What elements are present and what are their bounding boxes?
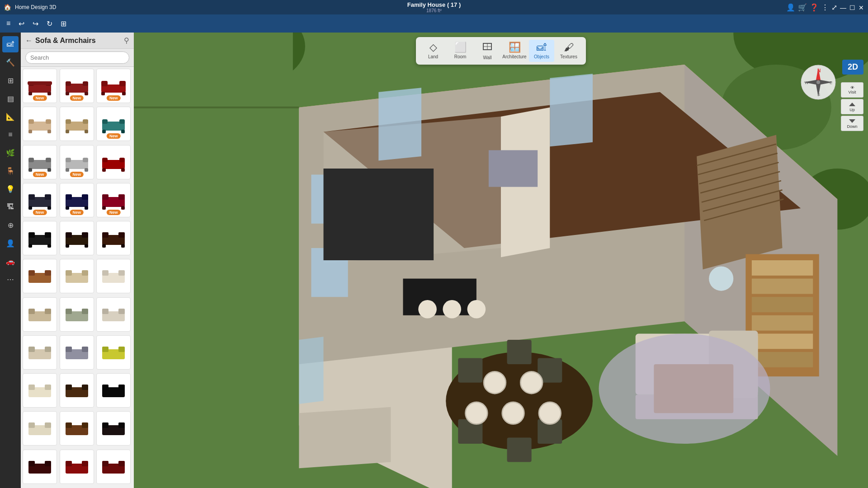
main-area: 🛋 🔨 ⊞ ▤ 📐 ≡ 🌿 🪑 💡 🏗 ⊕ 👤 🚗 ⋯ ← Sofa & Arm… bbox=[0, 33, 868, 488]
list-item[interactable] bbox=[60, 411, 94, 446]
list-item[interactable] bbox=[96, 259, 131, 293]
user-icon[interactable]: 👤 bbox=[786, 3, 795, 12]
more-icon[interactable]: ⋮ bbox=[821, 3, 829, 12]
back-button[interactable]: ← bbox=[25, 37, 33, 45]
list-item[interactable] bbox=[23, 450, 57, 484]
sidebar-item-fence[interactable]: 🏗 bbox=[2, 199, 19, 215]
list-item[interactable]: New bbox=[60, 183, 94, 217]
room-tool-button[interactable]: ⬜ Room bbox=[448, 40, 473, 62]
list-item[interactable] bbox=[60, 297, 94, 332]
search-toggle-button[interactable]: ⚲ bbox=[124, 36, 129, 45]
sidebar-item-person[interactable]: 👤 bbox=[2, 235, 19, 251]
svg-rect-62 bbox=[28, 232, 35, 238]
help-icon[interactable]: ❓ bbox=[810, 3, 819, 12]
sidebar-item-car[interactable]: 🚗 bbox=[2, 253, 19, 269]
svg-rect-111 bbox=[118, 385, 125, 390]
sidebar-item-grid[interactable]: ⊞ bbox=[2, 72, 19, 89]
maximize-button[interactable]: ☐ bbox=[849, 4, 855, 10]
svg-text:E: E bbox=[830, 80, 832, 85]
list-item[interactable]: New bbox=[60, 145, 94, 179]
land-label: Land bbox=[428, 54, 438, 59]
expand-icon[interactable]: ⤢ bbox=[831, 3, 837, 12]
list-item[interactable] bbox=[96, 297, 131, 332]
sidebar-item-chair[interactable]: 🪑 bbox=[2, 163, 19, 179]
undo-button[interactable]: ↩ bbox=[16, 18, 27, 30]
objects-tool-button[interactable]: 🛋 Objects bbox=[529, 40, 554, 62]
list-item[interactable]: New bbox=[23, 183, 57, 217]
list-item[interactable] bbox=[23, 221, 57, 255]
wall-tool-button[interactable]: Wall bbox=[475, 40, 500, 62]
svg-rect-181 bbox=[403, 279, 476, 315]
sidebar-item-lamp[interactable]: 💡 bbox=[2, 181, 19, 197]
svg-point-188 bbox=[599, 333, 770, 444]
menu-button[interactable]: ≡ bbox=[4, 18, 13, 29]
panel-header: ← Sofa & Armchairs ⚲ bbox=[21, 33, 134, 49]
svg-rect-48 bbox=[45, 194, 51, 200]
svg-rect-129 bbox=[118, 461, 125, 466]
list-item[interactable]: New bbox=[96, 69, 131, 103]
list-item[interactable]: New bbox=[23, 145, 57, 179]
svg-rect-126 bbox=[82, 461, 88, 466]
sidebar-item-measure[interactable]: 📐 bbox=[2, 108, 19, 125]
textures-tool-button[interactable]: 🖌 Textures bbox=[556, 40, 581, 62]
list-item[interactable] bbox=[60, 259, 94, 293]
sidebar-item-plant[interactable]: 🌿 bbox=[2, 145, 19, 161]
list-item[interactable] bbox=[60, 335, 94, 370]
redo-button[interactable]: ↪ bbox=[30, 18, 41, 30]
list-item[interactable] bbox=[60, 221, 94, 255]
svg-rect-93 bbox=[118, 309, 125, 314]
architecture-tool-button[interactable]: 🪟 Architecture bbox=[502, 40, 527, 62]
refresh-button[interactable]: ↻ bbox=[44, 18, 55, 30]
svg-rect-10 bbox=[85, 92, 88, 95]
list-item[interactable] bbox=[96, 221, 131, 255]
list-item[interactable] bbox=[96, 373, 131, 408]
list-item[interactable] bbox=[23, 297, 57, 332]
layers-button[interactable]: ⊞ bbox=[58, 18, 69, 30]
panel-header-left: ← Sofa & Armchairs bbox=[25, 37, 96, 45]
list-item[interactable] bbox=[96, 411, 131, 446]
new-badge: New bbox=[107, 133, 121, 139]
view-2d-button[interactable]: 2D bbox=[842, 60, 863, 75]
svg-rect-122 bbox=[28, 461, 35, 466]
list-item[interactable] bbox=[96, 335, 131, 370]
list-item[interactable] bbox=[96, 450, 131, 484]
sidebar-item-tools[interactable]: 🔨 bbox=[2, 54, 19, 70]
sidebar-item-more[interactable]: ⋯ bbox=[2, 271, 19, 287]
land-tool-button[interactable]: ◇ Land bbox=[420, 40, 446, 62]
minimize-button[interactable]: — bbox=[840, 4, 846, 10]
sidebar-item-sofa[interactable]: 🛋 bbox=[2, 36, 19, 52]
svg-rect-77 bbox=[28, 270, 35, 276]
viewport[interactable]: ◇ Land ⬜ Room Wall 🪟 Architecture 🛋 Obje… bbox=[134, 33, 868, 488]
list-item[interactable] bbox=[23, 411, 57, 446]
cart-icon[interactable]: 🛒 bbox=[798, 3, 807, 12]
list-item[interactable] bbox=[60, 107, 94, 141]
visit-button[interactable]: 👁 Visit bbox=[841, 82, 863, 98]
list-item[interactable] bbox=[60, 450, 94, 484]
sidebar-item-stairs[interactable]: ≡ bbox=[2, 127, 19, 143]
list-item[interactable]: New bbox=[96, 107, 131, 141]
list-item[interactable] bbox=[60, 373, 94, 408]
svg-rect-116 bbox=[66, 422, 72, 428]
list-item[interactable] bbox=[96, 145, 131, 179]
close-button[interactable]: ✕ bbox=[858, 4, 864, 10]
list-item[interactable]: New bbox=[60, 69, 94, 103]
list-item[interactable]: New bbox=[96, 183, 131, 217]
sidebar-item-layers[interactable]: ▤ bbox=[2, 90, 19, 107]
svg-rect-159 bbox=[752, 279, 813, 294]
list-item[interactable] bbox=[23, 259, 57, 293]
search-input[interactable] bbox=[25, 52, 129, 64]
list-item[interactable] bbox=[23, 335, 57, 370]
app-title: Home Design 3D bbox=[15, 4, 56, 10]
sidebar-item-pool[interactable]: ⊕ bbox=[2, 217, 19, 233]
list-item[interactable] bbox=[23, 373, 57, 408]
svg-point-176 bbox=[520, 371, 542, 394]
titlebar-right[interactable]: 👤 🛒 ❓ ⋮ ⤢ — ☐ ✕ bbox=[786, 3, 864, 12]
down-button[interactable]: Down bbox=[841, 116, 863, 131]
svg-rect-64 bbox=[28, 244, 32, 248]
titlebar-center: Family House ( 17 ) 1876 ft² bbox=[407, 1, 461, 13]
up-button[interactable]: Up bbox=[841, 99, 863, 114]
floorplan-view[interactable] bbox=[134, 33, 868, 488]
list-item[interactable]: New bbox=[23, 69, 57, 103]
list-item[interactable] bbox=[23, 107, 57, 141]
svg-rect-117 bbox=[82, 422, 88, 428]
